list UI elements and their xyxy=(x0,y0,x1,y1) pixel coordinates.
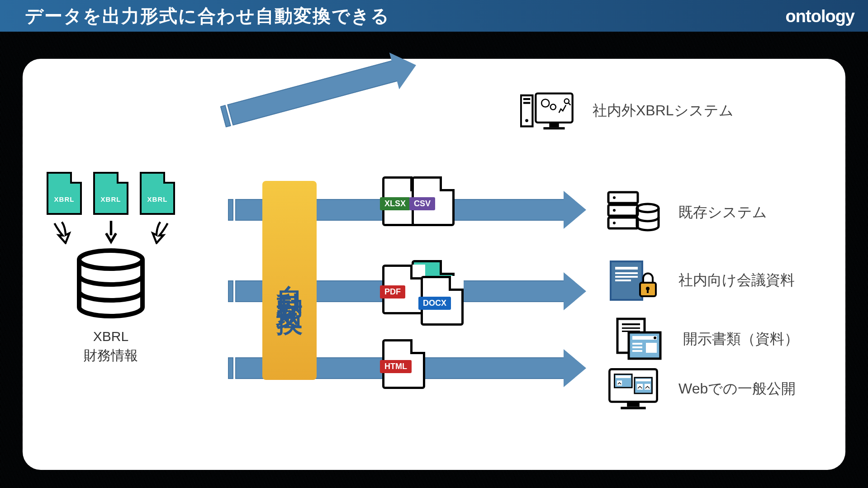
svg-rect-12 xyxy=(608,192,638,203)
svg-rect-21 xyxy=(615,272,638,274)
output-meeting-docs: 社内向け会議資料 xyxy=(606,258,795,303)
content-card: XBRL XBRL XBRL XBRL財務情報 自動変換 XLSX CSV PD… xyxy=(23,59,845,470)
source-caption: XBRL財務情報 xyxy=(38,327,183,365)
arrow-down-icon xyxy=(51,219,76,246)
output-web-public: Webでの一般公開 xyxy=(606,366,796,412)
file-group-html: HTML xyxy=(389,339,418,389)
output-existing-system: 既存システム xyxy=(606,190,767,235)
documents-icon xyxy=(611,317,665,362)
svg-rect-28 xyxy=(622,323,640,325)
svg-rect-26 xyxy=(647,289,649,293)
arrow-down-icon xyxy=(99,219,123,246)
output-label: 社内外XBRLシステム xyxy=(593,101,734,121)
svg-rect-14 xyxy=(608,218,638,228)
svg-point-8 xyxy=(541,99,549,107)
file-group-documents: PDF XBRL DOCX xyxy=(389,253,457,326)
svg-rect-39 xyxy=(627,402,640,407)
web-browser-icon xyxy=(606,366,660,412)
xbrl-file-icon: XBRL xyxy=(47,172,82,215)
svg-point-15 xyxy=(613,196,616,199)
page-title: データを出力形式に合わせ自動変換できる xyxy=(25,4,390,28)
svg-rect-22 xyxy=(615,276,638,278)
svg-point-9 xyxy=(550,104,556,109)
header-bar: データを出力形式に合わせ自動変換できる ontology xyxy=(0,0,868,32)
arrows-down-group xyxy=(38,219,183,246)
svg-rect-45 xyxy=(636,379,651,382)
transform-box: 自動変換 xyxy=(262,181,317,380)
svg-point-4 xyxy=(525,119,528,122)
output-label: 既存システム xyxy=(678,203,767,223)
arrow-down-icon xyxy=(146,219,171,246)
xbrl-file-group: XBRL XBRL XBRL xyxy=(38,172,183,215)
source-block: XBRL XBRL XBRL XBRL財務情報 xyxy=(38,172,183,365)
html-file-icon: HTML xyxy=(382,339,425,389)
svg-rect-3 xyxy=(523,102,530,104)
svg-point-18 xyxy=(637,204,659,212)
database-icon xyxy=(38,248,183,322)
csv-file-icon: CSV xyxy=(412,176,455,226)
output-disclosure-docs: 開示書類（資料） xyxy=(611,317,799,362)
svg-point-33 xyxy=(654,336,656,339)
svg-rect-32 xyxy=(632,336,657,340)
docx-file-icon: DOCX xyxy=(421,276,464,326)
svg-rect-5 xyxy=(536,93,572,122)
output-xbrl-system: 社内外XBRLシステム xyxy=(520,88,734,133)
locked-document-icon xyxy=(606,258,660,303)
svg-rect-20 xyxy=(615,267,638,270)
svg-rect-35 xyxy=(632,346,642,348)
xbrl-file-icon: XBRL xyxy=(140,172,175,215)
svg-rect-37 xyxy=(646,343,657,353)
svg-rect-13 xyxy=(608,205,638,216)
file-group-spreadsheet: XLSX CSV xyxy=(389,176,448,226)
svg-rect-36 xyxy=(632,350,642,352)
svg-rect-42 xyxy=(616,375,631,378)
arrow-diagonal xyxy=(227,54,422,131)
output-label: Webでの一般公開 xyxy=(678,379,796,399)
computer-server-icon xyxy=(520,88,574,133)
svg-point-17 xyxy=(613,222,616,224)
svg-rect-34 xyxy=(632,343,642,345)
transform-label: 自動変換 xyxy=(272,264,307,297)
server-database-icon xyxy=(606,190,660,235)
brand-logo: ontology xyxy=(786,7,854,26)
svg-rect-23 xyxy=(615,280,631,281)
svg-rect-29 xyxy=(622,327,640,329)
output-label: 社内向け会議資料 xyxy=(678,270,795,290)
svg-point-16 xyxy=(613,209,616,212)
xbrl-file-icon: XBRL xyxy=(93,172,128,215)
svg-rect-2 xyxy=(523,98,530,100)
svg-rect-40 xyxy=(621,407,645,410)
output-label: 開示書類（資料） xyxy=(683,329,799,349)
svg-rect-6 xyxy=(549,123,559,127)
svg-line-11 xyxy=(568,103,570,105)
svg-point-0 xyxy=(79,251,142,269)
svg-rect-7 xyxy=(543,127,564,129)
